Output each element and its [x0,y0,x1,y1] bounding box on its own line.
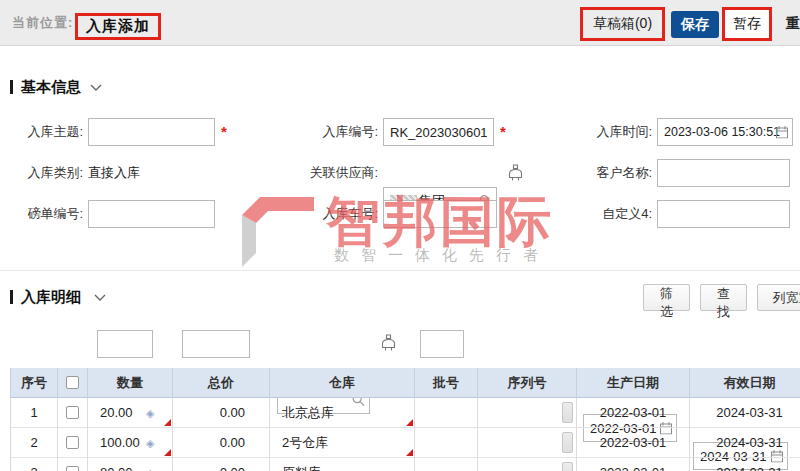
custom4-input[interactable] [657,200,790,228]
cell-no: 2 [10,428,58,458]
header-qty: 数量 [88,368,173,398]
weigh-no-label: 磅单编号: [0,200,83,228]
breadcrumb-label: 当前位置: [12,0,73,46]
table-row: 3 80.00◈ 0.00 原料库 2022-03-01 2024-03-31 [10,458,800,471]
cell-warehouse[interactable]: 原料库 [270,458,415,471]
chevron-down-icon[interactable] [90,84,102,92]
cell-batch[interactable] [415,398,478,428]
reset-button[interactable]: 重 [786,0,800,46]
cell-qty[interactable]: 80.00◈ [88,458,173,471]
hold-button-highlight: 暂存 [722,7,772,41]
edited-corner-mark [164,449,171,456]
draft-box-highlight: 草稿箱(0) [580,7,665,41]
category-value: 直接入库 [88,159,140,187]
cell-checkbox [58,398,88,428]
cell-no: 1 [10,398,58,428]
serial-expand-button[interactable] [562,432,573,453]
table-row: 2 100.00◈ 0.00 2号仓库 2022-03-01 2024-03-3… [10,428,800,458]
edited-corner-mark [164,419,171,426]
row-checkbox[interactable] [66,466,79,471]
save-button[interactable]: 保存 [671,11,719,38]
edited-corner-mark [406,449,413,456]
truck-no-label: 入库车号: [250,200,378,228]
column-width-reset-button[interactable]: 列宽重 [757,284,800,311]
header-warehouse: 仓库 [270,368,415,398]
custom4-label: 自定义4: [520,200,652,228]
cell-prod-date[interactable]: 2022-03-01 [577,458,690,471]
cell-warehouse[interactable]: 北京总库 [270,398,415,428]
cell-warehouse[interactable]: 2号仓库 [270,428,415,458]
select-all-checkbox[interactable] [66,376,79,389]
qty-filter-input[interactable] [97,330,153,358]
cell-valid-date[interactable]: 2024-03-31 [690,398,800,428]
header-valid-date: 有效日期 [690,368,800,398]
row-checkbox[interactable] [66,406,79,419]
unit-convert-icon[interactable]: ◈ [146,466,154,471]
cell-serial[interactable] [478,458,577,471]
category-label: 入库类别: [0,159,83,187]
section-marker [10,80,13,94]
calendar-icon[interactable] [776,126,788,139]
total-filter-input[interactable] [182,330,250,358]
cell-qty[interactable]: 20.00◈ [88,398,173,428]
customer-label: 客户名称: [520,159,652,187]
cell-qty[interactable]: 100.00◈ [88,428,173,458]
entry-time-label: 入库时间: [520,118,652,146]
unit-convert-icon[interactable]: ◈ [146,406,154,419]
cell-total[interactable]: 0.00 [173,398,270,428]
cell-checkbox [58,458,88,471]
entry-time-input[interactable]: 2023-03-06 15:30:51 [657,118,793,146]
find-button[interactable]: 查找 [700,284,747,311]
subject-input[interactable] [88,118,215,146]
cell-no: 3 [10,458,58,471]
header-total: 总价 [173,368,270,398]
table-row: 1 20.00◈ 0.00 北京总库 2022-03-01 2024-03-31 [10,398,800,428]
detail-title: 入库明细 [21,288,81,307]
entry-no-label: 入库编号: [250,118,378,146]
header-prod-date: 生产日期 [577,368,690,398]
breadcrumb-highlight: 入库添加 [75,13,161,40]
batch-filter-input[interactable] [420,330,464,358]
serial-expand-button[interactable] [562,402,573,423]
header-checkbox-cell [58,368,88,398]
brand-tagline: 数智一体化先行者 [334,246,550,265]
entry-no-input[interactable] [383,118,494,146]
basic-info-title: 基本信息 [21,78,81,97]
section-marker [10,290,13,304]
cell-serial[interactable] [478,428,577,458]
cell-valid-date[interactable]: 2024-03-31 [690,458,800,471]
hold-button[interactable]: 暂存 [725,10,769,38]
weigh-no-input[interactable] [88,200,215,228]
truck-no-input[interactable] [383,200,497,228]
top-bar: 当前位置: 入库添加 草稿箱(0) 保存 暂存 重 [0,0,800,46]
header-serial: 序列号 [478,368,577,398]
cell-total[interactable]: 0.00 [173,428,270,458]
required-asterisk: * [221,118,227,146]
cell-valid-date[interactable]: 2024-03-31 [690,428,800,458]
table-header-row: 序号 数量 总价 仓库 批号 序列号 生产日期 有效日期 [10,368,800,398]
cell-batch[interactable] [415,458,478,471]
unit-convert-icon[interactable]: ◈ [146,436,154,449]
cell-prod-date[interactable]: 2022-03-01 [577,398,690,428]
filter-button[interactable]: 筛选 [643,284,690,311]
header-batch: 批号 [415,368,478,398]
clear-brush-icon[interactable] [380,334,397,352]
cell-batch[interactable] [415,428,478,458]
cell-serial[interactable] [478,398,577,428]
page-title: 入库添加 [86,17,150,36]
cell-total[interactable]: 0.00 [173,458,270,471]
draftbox-button[interactable]: 草稿箱(0) [593,15,652,33]
header-no: 序号 [10,368,58,398]
row-checkbox[interactable] [66,436,79,449]
section-divider [0,270,800,271]
subject-label: 入库主题: [0,118,83,146]
customer-input[interactable] [657,159,790,187]
serial-expand-button[interactable] [562,462,573,471]
chevron-down-icon[interactable] [94,294,106,302]
required-asterisk: * [500,118,506,146]
screen: 当前位置: 入库添加 草稿箱(0) 保存 暂存 重 基本信息 入库主题: * 入… [0,0,800,471]
cell-prod-date[interactable]: 2022-03-01 [577,428,690,458]
supplier-label: 关联供应商: [250,159,378,187]
cell-checkbox [58,428,88,458]
edited-corner-mark [406,419,413,426]
